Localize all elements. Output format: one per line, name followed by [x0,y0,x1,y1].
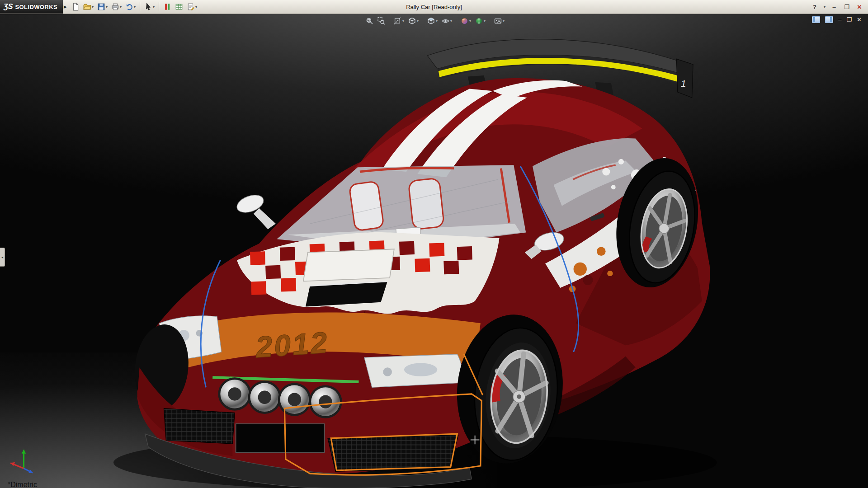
toolbar-separator [140,2,140,11]
help-button[interactable]: ? [811,4,819,10]
doc-restore-button[interactable]: ❐ [846,17,852,23]
heads-up-view-toolbar: ▾ ▾ ▾ ▾ ▾ [364,16,506,26]
new-document-icon [71,3,80,11]
view-orientation-label: *Dimetric [8,481,37,488]
select-cursor-icon [144,3,152,11]
file-properties-dropdown-arrow-icon[interactable]: ▾ [195,5,197,9]
display-style-dropdown-arrow-icon[interactable]: ▾ [436,19,438,23]
orientation-triad [7,443,42,475]
grille-mesh-left [164,408,235,444]
app-minimize-button[interactable]: – [830,4,838,10]
graphics-viewport[interactable]: 1 [0,14,868,488]
help-dropdown-arrow-icon[interactable]: ▾ [824,5,826,9]
edit-appearance-dropdown-arrow-icon[interactable]: ▾ [469,19,471,23]
rebuild-button[interactable] [161,1,173,13]
apply-scene-globe-icon [475,17,483,25]
solidworks-logo-mark-icon: ƷS [4,3,13,10]
hide-show-dropdown-arrow-icon[interactable]: ▾ [450,19,452,23]
section-view-button[interactable]: ▾ [392,16,406,26]
menu-expand-arrow-icon[interactable]: ▶ [64,5,67,9]
view-settings-button[interactable]: ▾ [493,16,506,26]
section-view-dropdown-arrow-icon[interactable]: ▾ [402,19,404,23]
app-close-button[interactable]: ✕ [855,4,863,10]
open-folder-icon [83,3,91,11]
select-dropdown-arrow-icon[interactable]: ▾ [153,5,155,9]
edit-appearance-ball-icon [461,17,468,25]
zoom-to-area-icon [377,17,385,25]
open-dropdown-arrow-icon[interactable]: ▾ [92,5,94,9]
display-style-icon [427,17,435,25]
wing-number: 1 [681,78,686,89]
display-style-button[interactable]: ▾ [426,16,439,26]
print-icon [111,3,119,11]
save-dropdown-arrow-icon[interactable]: ▾ [106,5,108,9]
solidworks-logo: ƷS SOLIDWORKS [0,0,63,14]
solidworks-brand-text: SOLIDWORKS [15,4,57,10]
license-plate [236,424,325,453]
doc-minimize-button[interactable]: – [838,17,841,23]
car-render: 1 [0,14,868,488]
standard-toolbar: ▾ ▾ ▾ ▾ ▾ [70,1,199,13]
zoom-to-fit-button[interactable] [364,16,375,26]
undo-icon [125,3,133,11]
view-settings-icon [494,17,502,25]
view-orientation-dropdown-arrow-icon[interactable]: ▾ [417,19,419,23]
save-icon [97,3,105,11]
show-right-pane-button[interactable] [825,16,833,23]
show-left-pane-button[interactable] [812,16,820,23]
view-settings-dropdown-arrow-icon[interactable]: ▾ [503,19,505,23]
file-properties-icon [187,3,195,11]
main-titlebar: ƷS SOLIDWORKS ▶ ▾ ▾ ▾ [0,0,868,14]
section-view-icon [394,17,401,25]
file-properties-button[interactable]: ▾ [185,1,199,13]
undo-button[interactable]: ▾ [123,1,137,13]
undo-dropdown-arrow-icon[interactable]: ▾ [134,5,136,9]
app-maximize-button[interactable]: ❐ [843,4,851,10]
new-document-button[interactable] [70,1,81,13]
toolbar-separator [159,2,159,11]
apply-scene-dropdown-arrow-icon[interactable]: ▾ [484,19,486,23]
hide-show-eye-icon [442,17,449,25]
zoom-to-fit-icon [366,17,373,25]
decal-2012: 2012 [254,325,330,364]
document-window-controls: – ❐ ✕ [812,16,862,23]
print-dropdown-arrow-icon[interactable]: ▾ [120,5,122,9]
zoom-to-area-button[interactable] [376,16,387,26]
print-button[interactable]: ▾ [109,1,123,13]
view-orientation-cube-icon [408,17,416,25]
doc-close-button[interactable]: ✕ [857,17,862,23]
flyout-collapse-arrow-icon: ◂ [1,255,3,259]
apply-scene-button[interactable]: ▾ [474,16,487,26]
save-button[interactable]: ▾ [95,1,109,13]
hide-show-items-button[interactable]: ▾ [440,16,453,26]
select-button[interactable]: ▾ [142,1,156,13]
feature-pane-flyout-tab[interactable]: ◂ [0,248,5,267]
app-window-controls: ? ▾ – ❐ ✕ [811,4,868,10]
grille-mesh-center [328,435,458,472]
view-orientation-button[interactable]: ▾ [407,16,420,26]
open-button[interactable]: ▾ [81,1,95,13]
options-button[interactable] [173,1,185,13]
rebuild-icon [163,3,171,11]
options-table-icon [175,3,183,11]
edit-appearance-button[interactable]: ▾ [459,16,472,26]
